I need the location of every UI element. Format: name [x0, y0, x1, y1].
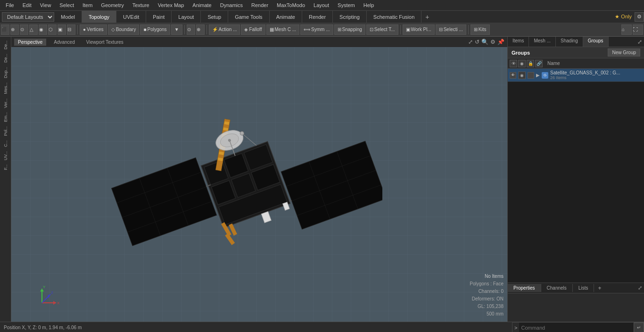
bottom-tab-add[interactable]: + [594, 284, 605, 292]
viewport-ctrl-pin[interactable]: 📌 [497, 39, 504, 45]
groups-header: Groups New Group [508, 47, 644, 58]
tool-plus-btn[interactable]: ⊕ [196, 24, 205, 35]
layout-tab-topology[interactable]: Topology [82, 11, 116, 23]
viewport-tab-textures[interactable]: Viewport Textures [83, 39, 127, 46]
tab-channels[interactable]: Channels [541, 284, 573, 292]
layout-tab-render[interactable]: Render [302, 11, 333, 23]
tool-selection-btn[interactable]: ⊟ Selecti ... [436, 24, 466, 35]
viewport-ctrl-refresh[interactable]: ↺ [475, 39, 479, 45]
sidebar-item-em[interactable]: Em... [2, 110, 9, 124]
menu-vertex-map[interactable]: Vertex Map [154, 1, 188, 9]
tool-mesh-btn[interactable]: ▦ Mesh C ... [266, 24, 300, 35]
tool-symm-btn[interactable]: ⟺ Symm ... [300, 24, 333, 35]
tool-mode-btn7[interactable]: ▣ [58, 24, 66, 35]
layout-tab-animate[interactable]: Animate [270, 11, 302, 23]
tab-lists[interactable]: Lists [573, 284, 594, 292]
menu-render[interactable]: Render [248, 1, 272, 9]
groups-tool-render[interactable]: ◉ [518, 60, 526, 67]
layout-star-button[interactable]: ★ Only [612, 13, 635, 21]
tab-shading[interactable]: Shading [556, 37, 583, 47]
tool-kits-btn[interactable]: ⊞ Kits [471, 24, 490, 35]
tool-mode-btn6[interactable]: ⬡ [48, 24, 57, 35]
menu-select[interactable]: Select [56, 1, 78, 9]
layout-tab-model[interactable]: Model [54, 11, 82, 23]
tool-polygons-btn[interactable]: ■ Polygons [140, 24, 170, 35]
menu-help[interactable]: Help [360, 1, 378, 9]
layout-tab-scripting[interactable]: Scripting [333, 11, 367, 23]
tool-mode-btn3[interactable]: ⊙ [20, 24, 28, 35]
tab-groups[interactable]: Groups [583, 37, 609, 47]
viewport-tab-advanced[interactable]: Advanced [50, 39, 78, 46]
tool-fullscreen-btn[interactable]: ⛶ [633, 24, 643, 35]
tool-select-btn[interactable]: ⊡ Select T... [366, 24, 398, 35]
tool-mode-btn1[interactable]: ⬛ [1, 24, 9, 35]
layout-dropdown[interactable]: Default Layouts [2, 12, 54, 22]
tool-dropdown-btn[interactable]: ▼ [171, 24, 182, 35]
tool-action-btn[interactable]: ⚡ Action ... [209, 24, 240, 35]
sidebar-item-de2[interactable]: De... [2, 52, 9, 65]
tool-boundary-btn[interactable]: ◇ Boundary [108, 24, 140, 35]
sidebar-item-f[interactable]: F... [2, 162, 9, 172]
menu-maxtomodo[interactable]: MaxToModo [273, 1, 309, 9]
viewport-canvas[interactable]: X Y Z No Items Polygons : Face Channels:… [11, 47, 507, 322]
tool-workplane-btn[interactable]: ▣ Work Pl... [403, 24, 435, 35]
command-input[interactable] [519, 323, 634, 332]
layout-tab-setup[interactable]: Setup [201, 11, 228, 23]
sidebar-item-c[interactable]: C... [2, 138, 9, 149]
sidebar-item-mes[interactable]: Mes... [2, 81, 9, 96]
tool-mode-btn2[interactable]: ⊕ [10, 24, 19, 35]
layout-settings-icon[interactable]: ⚙ [635, 12, 644, 22]
groups-tool-lock[interactable]: 🔒 [527, 60, 534, 67]
menu-dynamics[interactable]: Dynamics [216, 1, 247, 9]
tool-mode-btn5[interactable]: ◉ [39, 24, 47, 35]
bottom-panel-expand[interactable]: ⤢ [636, 284, 644, 292]
group-render-btn[interactable]: ◉ [518, 72, 526, 79]
sidebar-item-ver[interactable]: Ver... [2, 97, 9, 110]
layout-tab-schematic[interactable]: Schematic Fusion [367, 11, 421, 23]
tool-mode-btn8[interactable]: ⊟ [67, 24, 75, 35]
axis-indicator: X Y Z [37, 284, 61, 308]
group-item-satellite[interactable]: 👁 ◉ ▶ G Satellite_GLONASS_K_002 : G... 2… [508, 69, 644, 82]
group-expand-icon[interactable]: ▶ [536, 73, 540, 78]
new-group-button[interactable]: New Group [608, 49, 640, 57]
tab-properties[interactable]: Properties [508, 284, 541, 292]
group-check-btn[interactable] [528, 72, 534, 79]
layout-tab-paint[interactable]: Paint [146, 11, 172, 23]
viewport-ctrl-search[interactable]: 🔍 [481, 39, 488, 45]
layout-tab-gametools[interactable]: Game Tools [228, 11, 270, 23]
layout-tab-uvedit[interactable]: UVEdit [116, 11, 146, 23]
menu-geometry[interactable]: Geometry [97, 1, 127, 9]
tool-snapping-btn[interactable]: ⊞ Snapping [334, 24, 365, 35]
tool-vertices-btn[interactable]: ● Vertices [80, 24, 107, 35]
menu-file[interactable]: File [2, 1, 18, 9]
groups-list[interactable]: 👁 ◉ ▶ G Satellite_GLONASS_K_002 : G... 2… [508, 69, 644, 176]
sidebar-item-pol[interactable]: Pol... [2, 124, 9, 138]
menu-system[interactable]: System [334, 1, 359, 9]
layout-tab-layout[interactable]: Layout [172, 11, 201, 23]
panel-expand-icon[interactable]: ⤢ [637, 39, 642, 45]
groups-tool-link[interactable]: 🔗 [535, 60, 543, 67]
menu-layout[interactable]: Layout [310, 1, 333, 9]
viewport-ctrl-maximize[interactable]: ⤢ [468, 39, 473, 45]
tool-circle-btn[interactable]: ⊙ [187, 24, 195, 35]
tool-home-btn[interactable]: ⌂ [621, 24, 632, 35]
sidebar-item-uv[interactable]: UV... [2, 149, 9, 162]
group-eye-btn[interactable]: 👁 [510, 72, 516, 79]
tab-mesh[interactable]: Mesh ... [529, 37, 556, 47]
viewport-tab-perspective[interactable]: Perspective [14, 39, 46, 46]
sidebar-item-de1[interactable]: De... [2, 39, 9, 51]
menu-item[interactable]: Item [79, 1, 96, 9]
viewport-ctrl-settings[interactable]: ⚙ [490, 39, 495, 45]
tool-mode-btn4[interactable]: △ [29, 24, 38, 35]
command-enter-button[interactable]: ↵ [634, 323, 644, 332]
groups-tool-eye[interactable]: 👁 [510, 60, 517, 67]
menu-edit[interactable]: Edit [19, 1, 35, 9]
viewport[interactable]: Perspective Advanced Viewport Textures ⤢… [11, 37, 507, 322]
tab-items[interactable]: Items [508, 37, 529, 47]
menu-animate[interactable]: Animate [189, 1, 215, 9]
layout-add-button[interactable]: + [421, 12, 433, 22]
tool-falloff-btn[interactable]: ◈ Falloff [241, 24, 265, 35]
menu-view[interactable]: View [36, 1, 55, 9]
sidebar-item-dup[interactable]: Dup... [2, 65, 9, 80]
menu-texture[interactable]: Texture [129, 1, 153, 9]
